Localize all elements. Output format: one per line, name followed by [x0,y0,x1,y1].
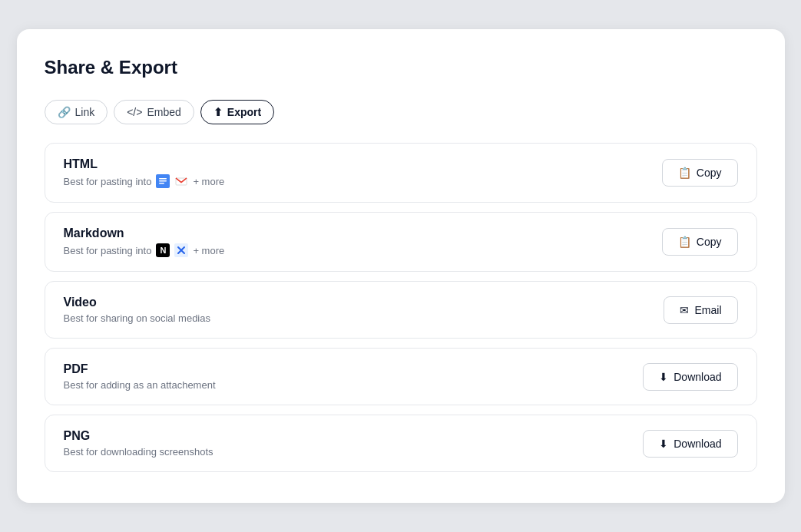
video-email-button[interactable]: ✉ Email [664,296,737,324]
row-left-markdown: Markdown Best for pasting into N + more [64,226,225,257]
row-title-markdown: Markdown [64,226,225,240]
tab-bar: 🔗 Link </> Embed ⬆ Export [45,100,757,124]
video-email-label: Email [694,304,721,316]
row-title-png: PNG [64,429,213,443]
gmail-icon [174,174,188,188]
tab-link[interactable]: 🔗 Link [45,100,108,124]
html-copy-label: Copy [697,167,722,179]
tab-export-label: Export [227,106,261,118]
row-desc-markdown: Best for pasting into N + more [64,243,225,257]
jira-icon [174,243,188,257]
page-title: Share & Export [45,57,757,78]
copy-icon-html: 📋 [678,167,691,179]
png-download-button[interactable]: ⬇ Download [643,430,737,458]
row-desc-text-pdf: Best for adding as an attachement [64,379,216,391]
download-icon-png: ⬇ [659,438,668,450]
share-export-card: Share & Export 🔗 Link </> Embed ⬆ Export… [17,29,785,503]
row-desc-text-png: Best for downloading screenshots [64,446,213,458]
row-title-html: HTML [64,157,225,171]
row-desc-video: Best for sharing on social medias [64,312,210,324]
row-title-video: Video [64,296,210,309]
row-left-video: Video Best for sharing on social medias [64,296,210,324]
export-row-html: HTML Best for pasting into [45,143,757,203]
row-suffix-html: + more [193,176,224,187]
svg-rect-3 [159,183,164,184]
gdocs-icon [156,174,170,188]
row-suffix-markdown: + more [193,245,224,256]
export-row-pdf: PDF Best for adding as an attachement ⬇ … [45,348,757,405]
export-row-markdown: Markdown Best for pasting into N + more [45,212,757,272]
row-desc-pdf: Best for adding as an attachement [64,379,216,391]
markdown-copy-label: Copy [697,236,722,248]
row-left-html: HTML Best for pasting into [64,157,225,188]
row-desc-text-html: Best for pasting into [64,176,152,187]
tab-export[interactable]: ⬆ Export [200,100,274,124]
png-download-label: Download [674,438,721,450]
link-icon: 🔗 [58,106,71,118]
markdown-copy-button[interactable]: 📋 Copy [662,228,738,256]
svg-rect-4 [174,174,188,188]
export-icon: ⬆ [213,106,223,118]
pdf-download-label: Download [674,371,721,383]
row-desc-png: Best for downloading screenshots [64,446,213,458]
row-desc-text-markdown: Best for pasting into [64,245,152,256]
svg-rect-1 [159,178,167,180]
row-desc-text-video: Best for sharing on social medias [64,312,210,324]
row-left-pdf: PDF Best for adding as an attachement [64,362,216,391]
row-title-pdf: PDF [64,362,216,376]
export-list: HTML Best for pasting into [45,143,757,472]
copy-icon-markdown: 📋 [678,236,691,248]
row-desc-html: Best for pasting into [64,174,225,188]
pdf-download-button[interactable]: ⬇ Download [643,363,737,391]
tab-link-label: Link [75,106,95,118]
svg-rect-2 [159,180,167,182]
download-icon-pdf: ⬇ [659,371,668,383]
notion-icon: N [156,243,170,257]
export-row-video: Video Best for sharing on social medias … [45,281,757,339]
tab-embed[interactable]: </> Embed [114,100,194,124]
tab-embed-label: Embed [147,106,180,118]
export-row-png: PNG Best for downloading screenshots ⬇ D… [45,415,757,472]
row-left-png: PNG Best for downloading screenshots [64,429,213,458]
html-copy-button[interactable]: 📋 Copy [662,159,738,187]
email-icon-video: ✉ [680,304,689,316]
embed-icon: </> [127,106,142,118]
